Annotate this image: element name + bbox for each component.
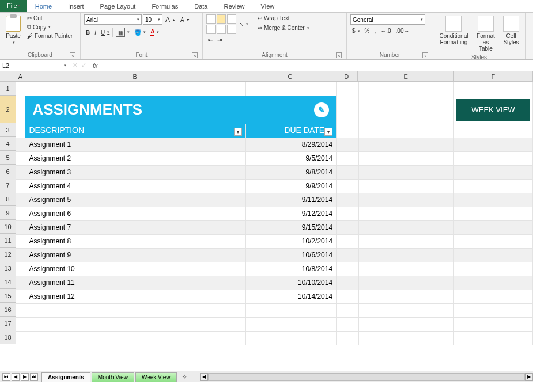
increase-decimal-button[interactable]: ←.0 (379, 27, 392, 35)
cell-E6[interactable] (359, 165, 454, 179)
cell-F14[interactable] (454, 276, 533, 290)
alignment-grid[interactable] (206, 14, 236, 34)
borders-button[interactable]: ▦▾ (114, 27, 131, 37)
cell-C3[interactable]: DUE DATE▾ (245, 124, 337, 138)
cell-A10[interactable] (16, 220, 25, 234)
tab-insert[interactable]: Insert (60, 0, 92, 12)
percent-button[interactable]: % (363, 27, 372, 35)
cell-A14[interactable] (16, 276, 25, 290)
cell-B16[interactable] (25, 303, 245, 317)
hscroll-right[interactable]: ▶ (525, 373, 533, 381)
filter-description-button[interactable]: ▾ (234, 128, 242, 136)
row-header-13[interactable]: 13 (0, 261, 16, 275)
cell-F13[interactable] (454, 262, 533, 276)
row-header-8[interactable]: 8 (0, 192, 16, 206)
cell-B10[interactable]: Assignment 7 (25, 220, 245, 234)
cell-F2[interactable]: WEEK VIEW (454, 96, 533, 124)
cell-F3[interactable] (454, 124, 533, 138)
cell-C7[interactable]: 9/9/2014 (245, 179, 337, 193)
cell-D9[interactable] (337, 207, 359, 220)
cell-D7[interactable] (337, 179, 359, 193)
cell-B7[interactable]: Assignment 4 (25, 179, 245, 193)
cell-C14[interactable]: 10/10/2014 (245, 276, 337, 290)
tab-formulas[interactable]: Formulas (143, 0, 186, 12)
fill-color-button[interactable]: 🪣▾ (133, 29, 148, 36)
cell-F6[interactable] (454, 165, 533, 179)
format-as-table-button[interactable]: Format as Table (473, 14, 498, 53)
cell-A4[interactable] (16, 138, 25, 151)
fx-icon[interactable]: fx (90, 62, 100, 69)
merge-center-button[interactable]: ⇔Merge & Center▾ (256, 24, 311, 32)
sheet-tab-week-view[interactable]: Week View (135, 372, 177, 382)
decrease-decimal-button[interactable]: .00→ (394, 27, 411, 35)
name-box[interactable]: L2▾ (0, 60, 69, 71)
cell-C4[interactable]: 8/29/2014 (245, 138, 337, 151)
row-header-3[interactable]: 3 (0, 123, 16, 137)
cell-E3[interactable] (359, 124, 454, 138)
tab-file[interactable]: File▾ (0, 0, 27, 12)
cell-D3[interactable] (337, 124, 359, 138)
decrease-indent-button[interactable]: ⇤ (206, 36, 214, 44)
italic-button[interactable]: I (93, 29, 98, 36)
copy-button[interactable]: ⧉Copy▾ (25, 23, 74, 31)
week-view-button[interactable]: WEEK VIEW (456, 99, 530, 121)
cell-F1[interactable] (454, 82, 533, 96)
hscroll-left[interactable]: ◀ (200, 373, 208, 381)
row-header-6[interactable]: 6 (0, 165, 16, 178)
sheet-nav-prev[interactable]: ◀ (12, 373, 20, 381)
wrap-text-button[interactable]: ↩Wrap Text (256, 14, 311, 22)
cell-A16[interactable] (16, 303, 25, 317)
cell-C11[interactable]: 10/2/2014 (245, 234, 337, 248)
row-header-11[interactable]: 11 (0, 234, 16, 248)
cell-F5[interactable] (454, 151, 533, 165)
row-header-4[interactable]: 4 (0, 137, 16, 151)
cell-F17[interactable] (454, 317, 533, 331)
row-header-5[interactable]: 5 (0, 151, 16, 165)
cell-D15[interactable] (337, 290, 359, 303)
cell-B6[interactable]: Assignment 3 (25, 165, 245, 179)
cell-E17[interactable] (359, 317, 454, 331)
decrease-font-button[interactable]: A▼ (179, 16, 192, 24)
cell-E1[interactable] (359, 82, 454, 96)
cell-A12[interactable] (16, 248, 25, 262)
cell-C15[interactable]: 10/14/2014 (245, 290, 337, 303)
cell-C16[interactable] (245, 303, 337, 317)
select-all-corner[interactable] (0, 71, 16, 82)
row-header-12[interactable]: 12 (0, 248, 16, 261)
new-sheet-button[interactable]: ✧ (180, 373, 188, 380)
col-header-A[interactable]: A (16, 71, 25, 81)
cell-C12[interactable]: 10/6/2014 (245, 248, 337, 262)
orientation-button[interactable]: ⤡▾ (237, 21, 250, 28)
cell-C9[interactable]: 9/12/2014 (245, 207, 337, 220)
font-size-select[interactable]: 10▾ (143, 14, 162, 25)
font-color-button[interactable]: A▾ (149, 28, 161, 37)
cell-A6[interactable] (16, 165, 25, 179)
cell-F16[interactable] (454, 303, 533, 317)
cell-B3[interactable]: DESCRIPTION▾ (25, 124, 245, 138)
cell-E8[interactable] (359, 193, 454, 207)
alignment-launcher[interactable]: ↘ (336, 52, 342, 58)
cell-A15[interactable] (16, 290, 25, 303)
cell-C6[interactable]: 9/8/2014 (245, 165, 337, 179)
sheet-tab-assignments[interactable]: Assignments (41, 372, 90, 382)
cut-button[interactable]: ✂Cut (25, 14, 74, 22)
font-launcher[interactable]: ↘ (192, 52, 198, 58)
cell-B17[interactable] (25, 317, 245, 331)
cell-F11[interactable] (454, 234, 533, 248)
cell-D1[interactable] (337, 82, 359, 96)
cell-D13[interactable] (337, 262, 359, 276)
sheet-nav-last[interactable]: ⏭ (30, 373, 38, 381)
cell-E2[interactable] (359, 96, 454, 124)
cell-E12[interactable] (359, 248, 454, 262)
cell-B18[interactable] (25, 331, 245, 345)
cell-A7[interactable] (16, 179, 25, 193)
cell-D5[interactable] (337, 151, 359, 165)
tab-review[interactable]: Review (216, 0, 252, 12)
cell-B4[interactable]: Assignment 1 (25, 138, 245, 151)
row-header-10[interactable]: 10 (0, 220, 16, 234)
cell-E4[interactable] (359, 138, 454, 151)
paste-button[interactable]: Paste ▾ (3, 14, 23, 51)
cell-E11[interactable] (359, 234, 454, 248)
tab-home[interactable]: Home (27, 0, 60, 12)
tab-data[interactable]: Data (186, 0, 216, 12)
